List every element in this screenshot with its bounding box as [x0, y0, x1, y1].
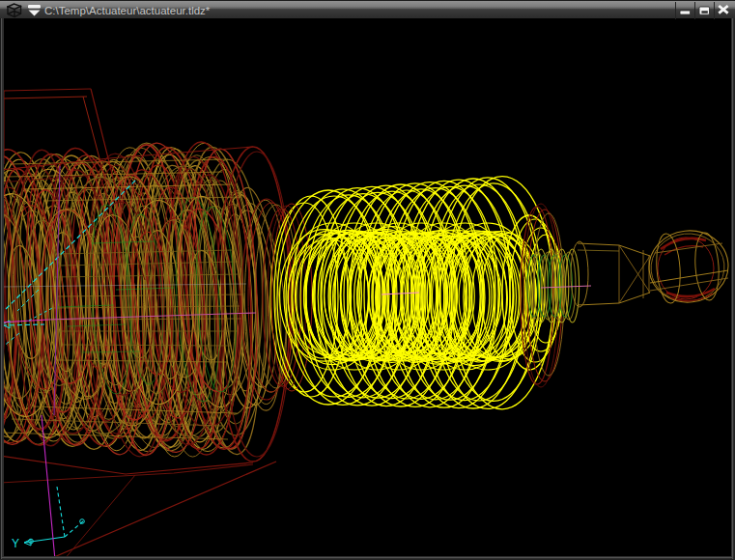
svg-text:Y: Y [12, 537, 19, 550]
